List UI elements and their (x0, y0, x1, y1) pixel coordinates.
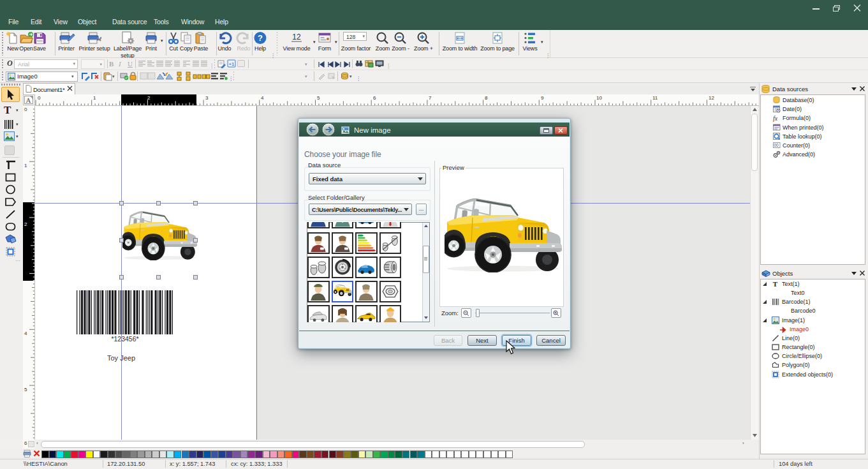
svg-text:fx: fx (773, 115, 778, 122)
svg-text:2: 2 (147, 95, 151, 101)
svg-text:7: 7 (429, 95, 432, 101)
svg-text:11: 11 (652, 95, 658, 101)
svg-text:10: 10 (596, 95, 602, 101)
svg-text:6: 6 (373, 95, 376, 101)
svg-text:4: 4 (24, 331, 27, 336)
svg-text:2: 2 (24, 221, 27, 227)
svg-text:1: 1 (93, 95, 96, 101)
svg-text:9: 9 (541, 95, 544, 101)
svg-text:12: 12 (292, 33, 301, 41)
svg-text:0: 0 (24, 107, 27, 112)
svg-text:5: 5 (24, 387, 27, 392)
svg-text:12: 12 (709, 95, 714, 101)
svg-text:8: 8 (485, 95, 488, 101)
svg-text:5: 5 (317, 95, 320, 101)
svg-text:3: 3 (205, 95, 209, 101)
svg-text:1: 1 (24, 163, 27, 168)
svg-text:0: 0 (38, 95, 41, 101)
svg-text:T: T (773, 280, 778, 288)
svg-text:4: 4 (261, 95, 264, 101)
svg-text:+1: +1 (228, 61, 235, 67)
svg-text:?: ? (258, 33, 263, 43)
svg-text:A: A (26, 96, 31, 104)
